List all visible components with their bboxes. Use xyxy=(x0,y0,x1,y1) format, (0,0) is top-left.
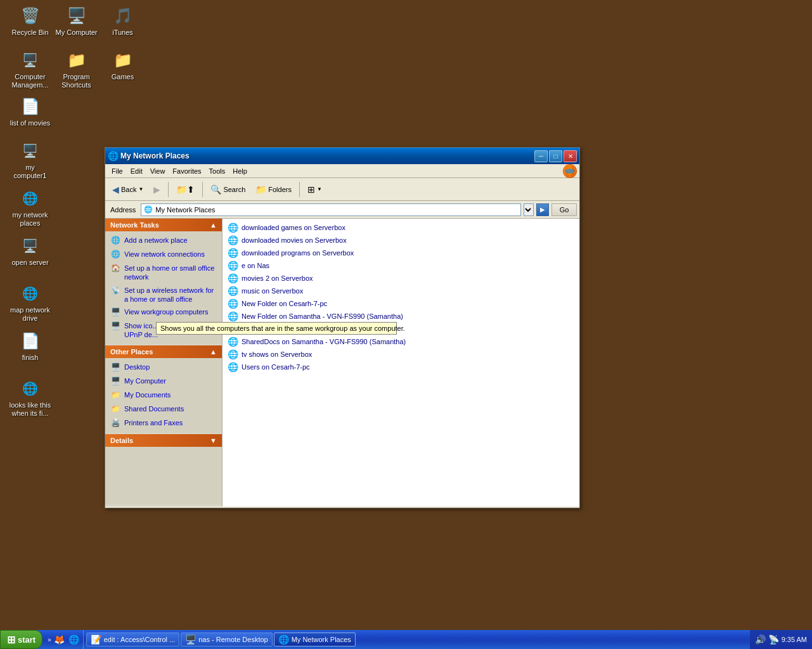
go-label: Go xyxy=(560,206,569,214)
address-value: My Network Places xyxy=(155,206,215,214)
my-documents-link[interactable]: 📁 My Documents xyxy=(105,389,222,402)
setup-home-network-link[interactable]: 🏠 Set up a home or small office network xyxy=(105,262,222,284)
firefox-quick-launch[interactable]: 🦊 xyxy=(53,633,66,646)
toolbar-sep-3 xyxy=(299,182,300,197)
my-computer-link[interactable]: 🖥️ My Computer xyxy=(105,375,222,389)
menu-view[interactable]: View xyxy=(146,166,169,176)
shared-documents-link-icon: 📁 xyxy=(110,404,120,414)
forward-button[interactable]: ▶ xyxy=(149,182,165,197)
network-tray-icon[interactable]: 📡 xyxy=(768,634,779,645)
window-controls: ─ □ ✕ xyxy=(534,150,577,162)
setup-wireless-link[interactable]: 📡 Set up a wireless network for a home o… xyxy=(105,284,222,306)
shared-documents-link[interactable]: 📁 Shared Documents xyxy=(105,402,222,416)
address-forward-btn[interactable]: ▶ xyxy=(536,203,549,216)
desktop-link-icon: 🖥️ xyxy=(110,363,120,373)
address-dropdown[interactable] xyxy=(524,203,534,216)
details-header[interactable]: Details ▼ xyxy=(105,434,222,447)
back-icon: ◀ xyxy=(112,184,119,195)
toolbar: ◀ Back ▼ ▶ 📁⬆ 🔍 Search 📁 Folders ⊞ ▼ xyxy=(105,178,579,201)
desktop-icon-games[interactable]: 📁 Games xyxy=(99,48,146,84)
go-button[interactable]: Go xyxy=(551,203,577,216)
menu-edit[interactable]: Edit xyxy=(127,166,146,176)
search-icon: 🔍 xyxy=(210,184,221,195)
browser-quick-launch[interactable]: 🌐 xyxy=(68,633,81,646)
taskbar-item-edit-access[interactable]: 📝 edit : Access\Control ... xyxy=(86,633,180,646)
network-places-taskbar-label: My Network Places xyxy=(292,636,351,643)
up-button[interactable]: 📁⬆ xyxy=(172,182,199,197)
desktop-icon-looks-like-this[interactable]: 🌐 looks like this when its fi... xyxy=(6,376,54,420)
views-button[interactable]: ⊞ ▼ xyxy=(303,182,326,197)
workgroup-icon: 🖥️ xyxy=(110,307,120,318)
desktop-icon-my-computer1[interactable]: 🖥️ my computer1 xyxy=(6,138,54,183)
left-panel: Network Tasks ▲ 🌐 Add a network place 🌐 … xyxy=(105,219,222,506)
file-item-3[interactable]: 🌐 e on Nas xyxy=(225,259,577,272)
folders-button[interactable]: 📁 Folders xyxy=(251,182,296,197)
desktop-icon-open-server[interactable]: 🖥️ open server xyxy=(6,233,54,269)
file-icon-5: 🌐 xyxy=(228,286,238,296)
desktop-icon-finish[interactable]: 📄 finish xyxy=(6,328,54,364)
up-icon: 📁⬆ xyxy=(176,184,195,195)
details-collapse-icon: ▼ xyxy=(210,437,217,444)
desktop-link[interactable]: 🖥️ Desktop xyxy=(105,361,222,375)
desktop-icon-program-shortcuts[interactable]: 📁 Program Shortcuts xyxy=(53,48,100,92)
minimize-button[interactable]: ─ xyxy=(534,150,548,162)
close-button[interactable]: ✕ xyxy=(564,150,577,162)
file-item-11[interactable]: 🌐 Users on Cesarh-7-pc xyxy=(225,361,577,373)
file-item-5[interactable]: 🌐 music on Serverbox xyxy=(225,285,577,297)
expand-quick-launch[interactable]: » xyxy=(48,636,51,643)
toolbar-sep-1 xyxy=(168,182,169,197)
views-dropdown-icon[interactable]: ▼ xyxy=(317,186,322,192)
back-dropdown-icon[interactable]: ▼ xyxy=(138,186,143,192)
volume-icon[interactable]: 🔊 xyxy=(755,634,766,645)
file-item-10[interactable]: 🌐 tv shows on Serverbox xyxy=(225,348,577,361)
view-network-connections-link[interactable]: 🌐 View network connections xyxy=(105,248,222,262)
menu-favorites[interactable]: Favorites xyxy=(169,166,205,176)
show-icons-icon: 🖥️ xyxy=(110,321,120,331)
other-places-section: Other Places ▲ 🖥️ Desktop 🖥️ My Computer… xyxy=(105,345,222,433)
file-icon-0: 🌐 xyxy=(228,222,238,233)
menu-tools[interactable]: Tools xyxy=(205,166,229,176)
add-network-place-link[interactable]: 🌐 Add a network place xyxy=(105,234,222,248)
back-button[interactable]: ◀ Back ▼ xyxy=(108,182,148,197)
file-item-4[interactable]: 🌐 movies 2 on Serverbox xyxy=(225,272,577,285)
taskbar-items: 📝 edit : Access\Control ... 🖥️ nas - Rem… xyxy=(84,633,750,646)
desktop-icon-recycle-bin[interactable]: 🗑️ Recycle Bin xyxy=(6,3,54,39)
window-my-network-places: 🌐 My Network Places ─ □ ✕ File Edit View… xyxy=(105,147,580,508)
printers-faxes-link[interactable]: 🖨️ Printers and Faxes xyxy=(105,416,222,430)
desktop-icon-map-network-drive[interactable]: 🌐 map network drive xyxy=(6,281,54,325)
file-item-2[interactable]: 🌐 downloaded programs on Serverbox xyxy=(225,247,577,259)
view-workgroup-computers-link[interactable]: 🖥️ View workgroup computers xyxy=(105,305,222,319)
menu-file[interactable]: File xyxy=(108,166,127,176)
forward-icon: ▶ xyxy=(153,184,160,195)
file-icon-6: 🌐 xyxy=(228,299,238,309)
edit-access-label: edit : Access\Control ... xyxy=(104,636,176,643)
window-titlebar[interactable]: 🌐 My Network Places ─ □ ✕ xyxy=(105,148,579,164)
desktop-icon-list-of-movies[interactable]: 📄 list of movies xyxy=(6,94,54,130)
address-input[interactable]: 🌐 My Network Places xyxy=(141,203,521,216)
taskbar-item-my-network-places[interactable]: 🌐 My Network Places xyxy=(274,633,356,646)
edit-access-icon: 📝 xyxy=(91,634,101,645)
network-tasks-header[interactable]: Network Tasks ▲ xyxy=(105,219,222,231)
menu-help[interactable]: Help xyxy=(229,166,251,176)
views-icon: ⊞ xyxy=(307,184,315,195)
desktop-icon-computer-management[interactable]: 🖥️ Computer Managem... xyxy=(6,48,54,92)
file-item-0[interactable]: 🌐 downloaded games on Serverbox xyxy=(225,221,577,234)
file-item-7[interactable]: 🌐 New Folder on Samantha - VGN-FS990 (Sa… xyxy=(225,310,577,323)
file-item-6[interactable]: 🌐 New Folder on Cesarh-7-pc xyxy=(225,297,577,310)
nas-label: nas - Remote Desktop xyxy=(198,636,267,643)
file-list[interactable]: 🌐 downloaded games on Serverbox 🌐 downlo… xyxy=(222,219,579,506)
desktop-icon-my-network-places[interactable]: 🌐 my network places xyxy=(6,186,54,230)
window-title-text: My Network Places xyxy=(120,151,534,160)
file-item-1[interactable]: 🌐 downloaded movies on Serverbox xyxy=(225,234,577,247)
other-places-header[interactable]: Other Places ▲ xyxy=(105,345,222,358)
window-title-icon: 🌐 xyxy=(108,151,118,161)
maximize-button[interactable]: □ xyxy=(549,150,562,162)
desktop-icon-my-computer[interactable]: 🖥️ My Computer xyxy=(53,3,100,39)
toolbar-sep-2 xyxy=(202,182,203,197)
taskbar-item-nas[interactable]: 🖥️ nas - Remote Desktop xyxy=(181,633,272,646)
desktop-icon-itunes[interactable]: 🎵 iTunes xyxy=(99,3,146,39)
file-item-9[interactable]: 🌐 SharedDocs on Samantha - VGN-FS990 (Sa… xyxy=(225,335,577,348)
search-button[interactable]: 🔍 Search xyxy=(206,182,250,197)
start-button[interactable]: ⊞ start xyxy=(0,630,42,649)
network-places-taskbar-icon: 🌐 xyxy=(278,634,289,645)
